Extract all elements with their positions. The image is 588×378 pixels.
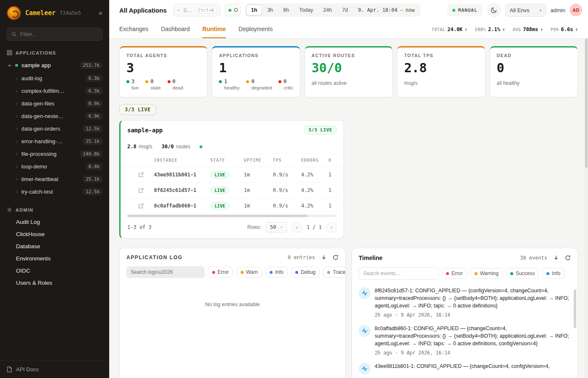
stat-label: AVG <box>513 27 521 32</box>
time-range-1h[interactable]: 1h <box>246 5 262 16</box>
sidebar-item-database[interactable]: Database <box>0 240 109 252</box>
env-select[interactable]: All Envs ▾ <box>505 4 546 17</box>
application-name[interactable]: sample-app <box>127 127 163 134</box>
sidebar-app-sample-app[interactable]: sample app 252.7k <box>0 59 109 72</box>
card-title: TOTAL TPS <box>404 53 478 58</box>
log-search-input[interactable] <box>126 266 205 278</box>
sidebar-collapse-button[interactable]: « <box>99 9 102 17</box>
app-logo-icon <box>7 6 21 20</box>
global-search-input[interactable]: S… Ctrl+K <box>173 4 220 16</box>
timeline-event[interactable]: 43ee9811b801-1: CONFIG_APPLIED — {change… <box>359 363 570 375</box>
user-avatar[interactable]: AD <box>570 4 582 16</box>
table-row[interactable]: 8c0affadb860-1 LIVE 1m 0.9/s 4.2% 1 <box>121 198 344 214</box>
timeline-filter-info[interactable]: Info <box>542 268 564 279</box>
stat-value: 2.1% <box>488 26 500 32</box>
scrollbar-thumb[interactable] <box>585 39 588 168</box>
sidebar-item-environments[interactable]: Environments <box>0 252 109 265</box>
instance-id: 43ee9811b801-1 <box>151 167 207 183</box>
timeline-search-input[interactable] <box>359 267 438 280</box>
timeline-filter-error[interactable]: Error <box>442 268 467 279</box>
dark-mode-toggle[interactable] <box>487 3 501 17</box>
sidebar-item-clickhouse[interactable]: ClickHouse <box>0 228 109 240</box>
trace-dot <box>327 271 330 274</box>
bottom-panels: APPLICATION LOG 0 entries Error Warn Inf… <box>119 248 578 378</box>
timeline-event[interactable]: 8f6245c61d57-1: CONFIG_APPLIED — {config… <box>359 287 570 318</box>
table-row[interactable]: 8f6245c61d57-1 LIVE 1m 0.9/s 4.2% 1 <box>121 183 344 198</box>
sidebar-route-item[interactable]: ›audit-log6.3k <box>0 72 109 84</box>
route-label: loop-demo <box>21 163 82 170</box>
card-title: TOTAL AGENTS <box>126 53 200 58</box>
route-count-badge: 25.1k <box>83 138 102 145</box>
sidebar-route-item[interactable]: ›data-gen-neste…6.9k <box>0 110 109 122</box>
apps-grid-icon <box>7 50 12 55</box>
next-page-button[interactable]: › <box>326 222 337 233</box>
api-docs-link[interactable]: API Docs <box>0 360 109 378</box>
timeline-event[interactable]: 8c0affadb860-1: CONFIG_APPLIED — {change… <box>359 325 570 356</box>
timeline-filter-success[interactable]: Success <box>506 268 539 279</box>
sidebar-item-oidc[interactable]: OIDC <box>0 265 109 277</box>
filter-input[interactable]: Filter... <box>7 28 102 41</box>
log-filter-warn[interactable]: Warn <box>236 267 262 278</box>
table-row[interactable]: 43ee9811b801-1 LIVE 1m 0.9/s 4.2% 1 <box>121 167 344 183</box>
log-filter-error[interactable]: Error <box>208 267 233 278</box>
tab-dashboard[interactable]: Dashboard <box>161 20 190 38</box>
sidebar-route-item[interactable]: ›complex-fulfillm…6.3k <box>0 84 109 97</box>
content-area: TOTAL AGENTS 3 3live 0stale 0dead APPLIC… <box>109 39 588 378</box>
col-uptime: UPTIME <box>242 154 270 167</box>
prev-page-button[interactable]: ‹ <box>291 222 302 233</box>
time-range-3h[interactable]: 3h <box>262 5 278 16</box>
scrollbar-thumb[interactable] <box>127 215 307 217</box>
refresh-button[interactable] <box>565 255 571 261</box>
timeline-filter-warning[interactable]: Warning <box>470 268 503 279</box>
sidebar-item-audit-log[interactable]: Audit Log <box>0 216 109 228</box>
sidebar-route-item[interactable]: ›file-processing140.8k <box>0 147 109 160</box>
page-scrollbar[interactable] <box>585 39 588 378</box>
external-link-icon[interactable] <box>138 203 144 209</box>
admin-section-label: ADMIN <box>16 207 34 213</box>
sidebar-route-item[interactable]: ›data-gen-orders12.5k <box>0 122 109 135</box>
time-range-display[interactable]: 9. Apr. 18:04 – now <box>353 7 420 13</box>
log-filter-info[interactable]: Info <box>265 267 288 278</box>
sidebar-route-item[interactable]: ›data-gen-files8.9k <box>0 97 109 110</box>
sidebar-route-item[interactable]: ›try-catch-test12.5k <box>0 185 109 198</box>
sidebar-header: Cameleer f24a5e5 « <box>0 0 109 24</box>
table-pagination: 1-3 of 3 Rows: 50 ▾ ‹ 1 / 1 › <box>121 217 344 238</box>
time-range-6h[interactable]: 6h <box>278 5 294 16</box>
breakdown-label: healthy <box>219 85 239 90</box>
time-range-7d[interactable]: 7d <box>337 5 353 16</box>
table-horizontal-scrollbar[interactable] <box>127 215 337 217</box>
tab-exchanges[interactable]: Exchanges <box>119 20 148 38</box>
online-status-chip[interactable]: O <box>225 4 241 16</box>
log-filter-debug[interactable]: Debug <box>291 267 320 278</box>
route-label: error-handling-… <box>21 138 79 144</box>
sidebar-item-users-roles[interactable]: Users & Roles <box>0 277 109 289</box>
instance-id: 8f6245c61d57-1 <box>151 183 207 198</box>
sidebar-route-item[interactable]: ›loop-demo8.4k <box>0 160 109 173</box>
tps-cell: 0.9/s <box>270 183 299 198</box>
rows-per-page-label: Rows: <box>247 224 261 230</box>
download-button[interactable] <box>321 255 327 260</box>
rows-per-page-select[interactable]: 50 ▾ <box>265 222 287 233</box>
time-range-today[interactable]: Today <box>294 5 318 16</box>
chevron-right-icon: › <box>16 113 18 119</box>
success-dot <box>510 272 513 275</box>
refresh-icon <box>333 255 339 260</box>
refresh-button[interactable] <box>333 255 339 260</box>
timeline-panel-title: Timeline <box>359 255 383 261</box>
download-button[interactable] <box>553 255 559 261</box>
timeline-scrollbar-thumb[interactable] <box>574 289 576 328</box>
col-instance: INSTANCE <box>151 154 207 167</box>
external-link-icon[interactable] <box>138 188 144 193</box>
sidebar-route-item[interactable]: ›timer-heartbeat25.1k <box>0 173 109 185</box>
log-filter-trace[interactable]: Trace <box>323 267 346 278</box>
table-header-row: INSTANCE STATE UPTIME TPS ERRORS H <box>121 154 344 167</box>
sidebar-route-item[interactable]: ›error-handling-…25.1k <box>0 135 109 147</box>
external-link-icon[interactable] <box>138 172 144 178</box>
refresh-mode-button[interactable]: MANUAL <box>447 4 483 16</box>
card-value: 1 <box>219 62 293 74</box>
tab-runtime[interactable]: Runtime <box>202 20 226 38</box>
time-range-24h[interactable]: 24h <box>318 5 337 16</box>
chip-label: Trace <box>333 269 345 275</box>
tab-deployments[interactable]: Deployments <box>239 20 273 38</box>
live-filter-chip[interactable]: 3/3 LIVE <box>119 104 156 115</box>
